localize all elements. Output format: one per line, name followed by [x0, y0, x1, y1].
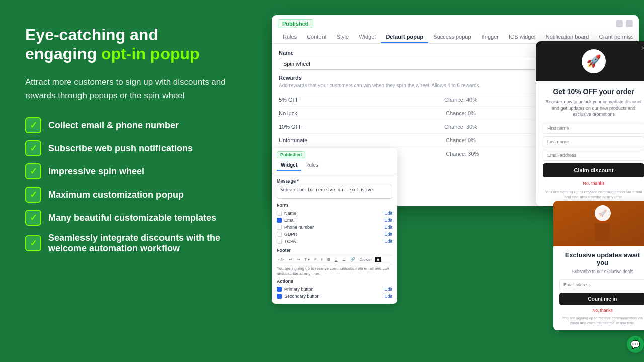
sw-action-row: Secondary button Edit	[277, 293, 392, 300]
sw-form-row-left: Email	[277, 218, 296, 223]
sw-form-row: Email Edit	[277, 217, 392, 224]
secondary-button-checkbox[interactable]	[277, 294, 282, 299]
primary-button-edit[interactable]: Edit	[384, 287, 392, 292]
tab-rules[interactable]: Rules	[278, 31, 302, 43]
gdpr-edit-button[interactable]: Edit	[384, 232, 392, 237]
rp-footer-text: You are signing up to receive communicat…	[559, 316, 644, 326]
sw-tab-widget[interactable]: Widget	[277, 160, 301, 171]
list-item: Impressive spin wheel	[25, 163, 242, 179]
name-label: Name	[284, 211, 296, 216]
primary-button-label: Primary button	[284, 287, 314, 292]
name-edit-button[interactable]: Edit	[384, 211, 392, 216]
phone-edit-button[interactable]: Edit	[384, 225, 392, 230]
small-window: Published Widget Rules Message * Subscri…	[272, 148, 397, 304]
rp-product-image: 🚀	[553, 201, 644, 246]
claim-discount-button[interactable]: Claim discount	[543, 163, 644, 177]
email-edit-button[interactable]: Edit	[384, 218, 392, 223]
sw-form-row: GDPR Edit	[277, 231, 392, 238]
tab-content[interactable]: Content	[302, 31, 332, 43]
email-input[interactable]	[543, 150, 644, 161]
rp-cta-button[interactable]: Count me in	[559, 293, 644, 305]
phone-label: Phone number	[284, 225, 314, 230]
close-button[interactable]: ✕	[639, 44, 644, 52]
rp-logo: 🚀	[595, 205, 611, 221]
tab-success-popup[interactable]: Success popup	[428, 31, 476, 43]
last-name-input[interactable]	[543, 136, 644, 147]
tcpa-checkbox[interactable]	[277, 239, 282, 244]
first-name-input[interactable]	[543, 123, 644, 134]
check-icon	[25, 210, 41, 226]
check-icon	[25, 140, 41, 156]
sw-form-row-left: Name	[277, 211, 296, 216]
app-header: Published Rules Content Style Widget Def…	[272, 15, 639, 44]
sw-form-row-left: Phone number	[277, 225, 314, 230]
primary-button-checkbox[interactable]	[277, 287, 282, 292]
reward-chance: Chance: 40%	[444, 97, 477, 103]
tab-default-popup[interactable]: Default popup	[381, 31, 428, 43]
no-thanks-link[interactable]: No, thanks	[543, 180, 644, 186]
tab-trigger[interactable]: Trigger	[476, 31, 504, 43]
popup-card: ✕ 🚀 Get 10% OFF your order Register now …	[536, 41, 644, 206]
toolbar-divider-color[interactable]: ■	[375, 257, 381, 262]
sw-tab-rules[interactable]: Rules	[301, 160, 323, 171]
small-window-header: Published Widget Rules	[272, 148, 397, 174]
tab-ios-widget[interactable]: IOS widget	[504, 31, 541, 43]
chat-icon: 💬	[630, 340, 640, 349]
secondary-button-edit[interactable]: Edit	[384, 294, 392, 299]
name-checkbox[interactable]	[277, 211, 282, 216]
sw-action-row-left: Secondary button	[277, 294, 320, 299]
window-controls	[616, 20, 633, 27]
check-icon	[25, 187, 41, 203]
reward-name: Unfortunate	[279, 137, 309, 143]
tab-style[interactable]: Style	[332, 31, 354, 43]
gdpr-checkbox[interactable]	[277, 232, 282, 237]
sw-action-row: Primary button Edit	[277, 286, 392, 293]
feature-text: Seamlessly integrate discounts with the …	[48, 233, 242, 254]
sw-footer-label: Footer	[277, 248, 392, 253]
feature-list: Collect email & phone number Subscribe w…	[25, 117, 242, 254]
toolbar-bold[interactable]: B	[326, 257, 332, 262]
window-maximize[interactable]	[626, 20, 633, 27]
toolbar-align[interactable]: ≡	[313, 257, 318, 262]
email-label: Email	[284, 218, 296, 223]
tcpa-edit-button[interactable]: Edit	[384, 239, 392, 244]
sw-message-input[interactable]: Subscribe to receive our exclusive	[277, 185, 392, 199]
feature-text: Maximum customization popup	[48, 190, 184, 200]
reward-name: 10% OFF	[279, 124, 309, 130]
reward-chance: Chance: 0%	[446, 110, 476, 116]
heading-part2: engaging	[25, 45, 101, 63]
list-item: Collect email & phone number	[25, 117, 242, 133]
sw-footer-section: Footer </> ↩ ↪ ¶ ▾ ≡ I B U ☰ 🔗 Divider ■…	[277, 248, 392, 276]
sw-form-row: Name Edit	[277, 210, 392, 217]
reward-name: No luck	[279, 110, 309, 116]
popup-title: Get 10% OFF your order	[543, 87, 644, 96]
tab-widget[interactable]: Widget	[354, 31, 381, 43]
phone-checkbox[interactable]	[277, 225, 282, 230]
window-minimize[interactable]	[616, 20, 623, 27]
toolbar-italic[interactable]: I	[320, 257, 324, 262]
sw-published-badge: Published	[277, 151, 305, 158]
sw-actions-label: Actions	[277, 279, 392, 284]
toolbar-code[interactable]: </>	[277, 257, 286, 262]
toolbar-redo[interactable]: ↪	[295, 257, 302, 262]
rp-overlay: 🚀	[553, 201, 644, 246]
sw-footer-text: You are signing up to receive communicat…	[277, 266, 392, 276]
rp-email-input[interactable]	[559, 279, 644, 290]
left-panel: Eye-catching and engaging opt-in popup A…	[0, 0, 262, 362]
toolbar-undo[interactable]: ↩	[287, 257, 294, 262]
rp-title: Exclusive updates await you	[559, 251, 644, 266]
sw-message-label: Message *	[277, 178, 392, 184]
toolbar-list[interactable]: ☰	[341, 257, 347, 262]
feature-text: Subscribe web push notifications	[48, 143, 193, 154]
list-item: Seamlessly integrate discounts with the …	[25, 233, 242, 254]
feature-text: Many beautiful customizable templates	[48, 213, 216, 223]
email-checkbox[interactable]	[277, 218, 282, 223]
rp-no-thanks-link[interactable]: No, thanks	[559, 308, 644, 313]
toolbar-link[interactable]: 🔗	[349, 257, 357, 262]
chat-bubble[interactable]: 💬	[627, 336, 644, 353]
toolbar-underline[interactable]: U	[333, 257, 339, 262]
rocket-icon: 🚀	[582, 49, 606, 73]
toolbar-paragraph[interactable]: ¶ ▾	[303, 257, 312, 262]
sw-form-row: TCPA Edit	[277, 238, 392, 245]
published-badge: Published	[278, 19, 313, 28]
